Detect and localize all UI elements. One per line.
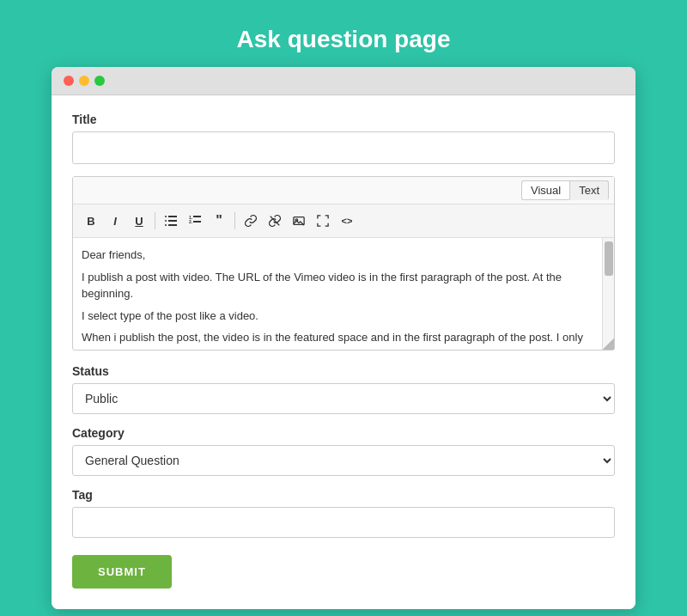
- editor-area: Dear friends, I publish a post with vide…: [73, 238, 614, 350]
- traffic-light-red[interactable]: [64, 76, 74, 86]
- title-label: Title: [72, 113, 615, 126]
- editor-tabs: Visual Text: [73, 177, 614, 204]
- svg-rect-7: [193, 216, 201, 217]
- editor-container: Visual Text B I U: [72, 176, 615, 351]
- tag-input[interactable]: [72, 507, 615, 538]
- svg-rect-4: [165, 224, 167, 226]
- tag-label: Tag: [72, 488, 615, 502]
- tab-text[interactable]: Text: [569, 180, 609, 200]
- editor-scrollbar[interactable]: [602, 238, 614, 350]
- code-button[interactable]: <>: [336, 210, 358, 232]
- svg-rect-1: [168, 216, 177, 217]
- ordered-list-button[interactable]: 1. 2.: [184, 210, 206, 232]
- window: Title Visual Text B I U: [52, 67, 635, 609]
- editor-content[interactable]: Dear friends, I publish a post with vide…: [73, 238, 602, 350]
- underline-button[interactable]: U: [128, 210, 150, 232]
- category-select[interactable]: General Question Technical Other: [72, 445, 615, 476]
- category-label: Category: [72, 426, 615, 440]
- quote-button[interactable]: ": [208, 210, 230, 232]
- resize-handle[interactable]: [602, 338, 614, 350]
- tab-visual[interactable]: Visual: [521, 180, 569, 200]
- window-titlebar: [52, 67, 635, 95]
- status-select[interactable]: Public Private Draft: [72, 383, 615, 414]
- svg-rect-2: [165, 220, 167, 222]
- unlink-button[interactable]: [264, 210, 286, 232]
- svg-rect-5: [168, 224, 177, 226]
- svg-text:2.: 2.: [189, 219, 193, 224]
- italic-button[interactable]: I: [104, 210, 126, 232]
- status-label: Status: [72, 364, 615, 378]
- svg-rect-0: [165, 216, 167, 217]
- fullscreen-button[interactable]: [312, 210, 334, 232]
- editor-toolbar: B I U 1.: [73, 204, 614, 238]
- toolbar-sep-1: [155, 212, 155, 229]
- svg-rect-9: [193, 221, 201, 223]
- scrollbar-thumb: [605, 241, 613, 276]
- bold-button[interactable]: B: [80, 210, 102, 232]
- unordered-list-button[interactable]: [160, 210, 182, 232]
- submit-button[interactable]: SUBMIT: [72, 555, 172, 589]
- svg-rect-3: [168, 220, 177, 222]
- image-button[interactable]: [288, 210, 310, 232]
- page-title: Ask question page: [237, 26, 451, 53]
- title-input[interactable]: [72, 131, 615, 164]
- window-body: Title Visual Text B I U: [52, 95, 635, 609]
- link-button[interactable]: [240, 210, 262, 232]
- toolbar-sep-2: [234, 212, 235, 229]
- traffic-light-green[interactable]: [94, 76, 105, 86]
- svg-line-10: [271, 217, 280, 226]
- traffic-light-yellow[interactable]: [79, 76, 89, 86]
